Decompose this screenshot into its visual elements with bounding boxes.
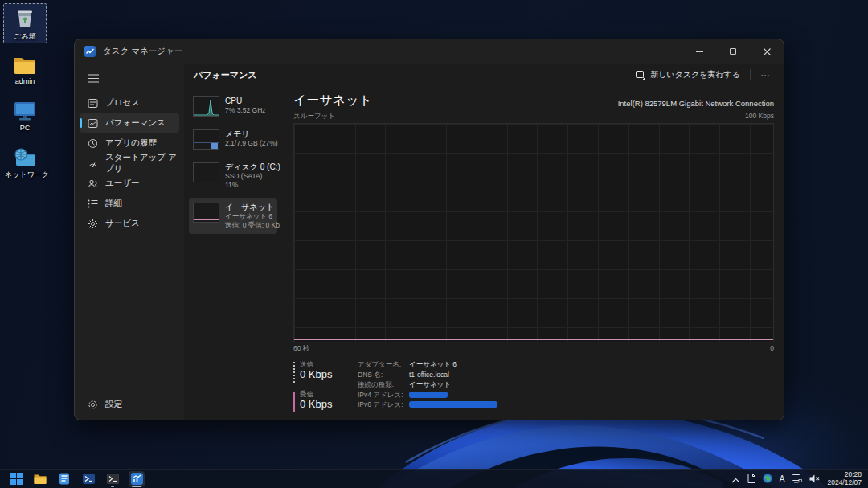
speaker-muted-icon [809,474,820,483]
sidebar-item-label: 詳細 [105,198,122,209]
powershell-icon [83,474,95,484]
card-stat: 11% [225,181,274,190]
clock-date: 2024/12/07 [827,479,862,487]
active-indicator [132,486,141,487]
ipv4-redaction-bar [409,392,448,398]
desktop-icon-pc[interactable]: PC [3,96,47,135]
header-separator [750,69,751,80]
tray-network-button[interactable] [792,472,802,486]
connection-details: アダプター名: イーサネット 6 DNS 名: t1-office.local … [358,360,497,420]
detail-row: IPv4 アドレス: [358,391,497,399]
maximize-button[interactable] [716,39,750,64]
close-button[interactable] [750,39,784,64]
card-title: イーサネット [225,202,274,212]
titlebar[interactable]: タスク マネージャー [75,39,784,64]
more-options-button[interactable]: … [754,66,777,84]
throughput-chart [293,123,774,342]
taskbar: A 20:28 2024/12/07 [0,469,868,488]
content-panel: パフォーマンス 新しいタスクを実行する … [184,64,784,420]
cpu-mini-graph [193,96,219,117]
folder-icon [13,55,37,76]
card-stat: 送信: 0 受信: 0 Kbps [225,221,274,230]
start-button[interactable] [8,471,24,487]
ime-mode-indicator[interactable]: A [780,474,785,483]
detail-row: IPv6 アドレス: [358,400,497,408]
sidebar-item-details[interactable]: 詳細 [80,194,179,213]
detail-row: 接続の種類: イーサネット [358,380,497,388]
desktop-icon-label: ごみ箱 [5,32,45,41]
run-task-label: 新しいタスクを実行する [650,69,740,80]
sidebar-item-label: スタートアップ アプリ [105,152,179,174]
window-controls [682,39,784,64]
ethernet-mini-graph [193,203,219,223]
desktop-icon-admin-folder[interactable]: admin [3,51,47,88]
app-history-icon [88,138,98,149]
sidebar-item-label: 設定 [105,399,122,410]
detail-title: イーサネット [293,92,618,109]
perf-card-disk[interactable]: ディスク 0 (C:) SSD (SATA) 11% [189,158,277,194]
sidebar-item-label: ユーザー [105,178,140,189]
throughput-line [294,339,773,340]
sidebar: プロセス パフォーマンス アプリの履歴 [75,64,184,420]
desktop-icon-list: ごみ箱 admin PC ネットワーク [3,3,50,190]
sidebar-item-users[interactable]: ユーザー [80,174,179,193]
file-explorer-button[interactable] [32,471,48,487]
perf-card-ethernet[interactable]: イーサネット イーサネット 6 送信: 0 受信: 0 Kbps [189,198,277,234]
minimize-button[interactable] [682,39,716,64]
task-manager-icon [131,473,143,485]
performance-icon [88,118,98,129]
sidebar-item-settings[interactable]: 設定 [80,395,179,414]
receive-value: 0 Kbps [300,398,332,411]
receive-legend: 受信 0 Kbps [293,390,346,412]
send-value: 0 Kbps [300,368,332,381]
page-title: パフォーマンス [194,69,629,81]
network-folder-icon [13,146,37,169]
sidebar-item-processes[interactable]: プロセス [80,93,179,113]
taskbar-clock[interactable]: 20:28 2024/12/07 [827,471,862,486]
notepad-icon [59,473,70,485]
running-indicator [111,486,114,487]
sidebar-item-startup-apps[interactable]: スタートアップ アプリ [80,154,179,173]
adapter-name: Intel(R) 82579LM Gigabit Network Connect… [618,99,774,109]
ethernet-detail-panel: イーサネット Intel(R) 82579LM Gigabit Network … [280,86,784,420]
throughput-legend: 送信 0 Kbps 受信 0 Kbps [293,360,346,420]
menu-toggle-button[interactable] [81,68,105,88]
sidebar-item-app-history[interactable]: アプリの履歴 [80,133,179,153]
x-axis-right-label: 0 [770,344,774,354]
task-manager-taskbar-button[interactable] [129,471,145,487]
desktop-icon-recycle-bin[interactable]: ごみ箱 [3,3,47,43]
file-explorer-icon [34,474,47,485]
sidebar-item-label: アプリの履歴 [105,137,157,149]
card-stat: イーサネット 6 [225,212,274,221]
desktop-icon-network[interactable]: ネットワーク [3,143,47,182]
receive-label: 受信 [300,390,332,398]
perf-card-memory[interactable]: メモリ 2.1/7.9 GB (27%) [189,125,277,154]
tray-document-button[interactable] [747,472,755,486]
services-icon [88,219,98,229]
tray-overflow-button[interactable] [731,472,740,486]
tray-volume-button[interactable] [809,472,820,486]
tray-globe-button[interactable] [763,472,772,486]
x-axis-left-label: 60 秒 [293,344,309,354]
card-title: メモリ [225,129,274,139]
perf-card-cpu[interactable]: CPU 7% 3.52 GHz [189,92,277,121]
sidebar-item-performance[interactable]: パフォーマンス [80,113,179,133]
run-new-task-button[interactable]: 新しいタスクを実行する [629,66,747,84]
content-header: パフォーマンス 新しいタスクを実行する … [184,64,784,86]
system-tray: A 20:28 2024/12/07 [731,471,868,486]
detail-row: DNS 名: t1-office.local [358,371,497,379]
notepad-button[interactable] [56,471,72,487]
ipv6-redaction-bar [409,401,497,408]
receive-swatch-icon [293,392,295,412]
scale-max-label: 100 Kbps [745,112,774,121]
sidebar-item-label: プロセス [105,97,140,109]
performance-card-list: CPU 7% 3.52 GHz メモリ 2.1/7.9 GB (27%) [184,86,280,420]
send-legend: 送信 0 Kbps [293,360,346,383]
sidebar-item-services[interactable]: サービス [80,214,179,233]
ethernet-network-icon [792,474,802,483]
users-icon [88,178,98,189]
command-prompt-icon [107,474,119,484]
command-prompt-button[interactable] [104,471,121,487]
powershell-button[interactable] [80,471,96,487]
card-stat: 7% 3.52 GHz [225,106,266,115]
